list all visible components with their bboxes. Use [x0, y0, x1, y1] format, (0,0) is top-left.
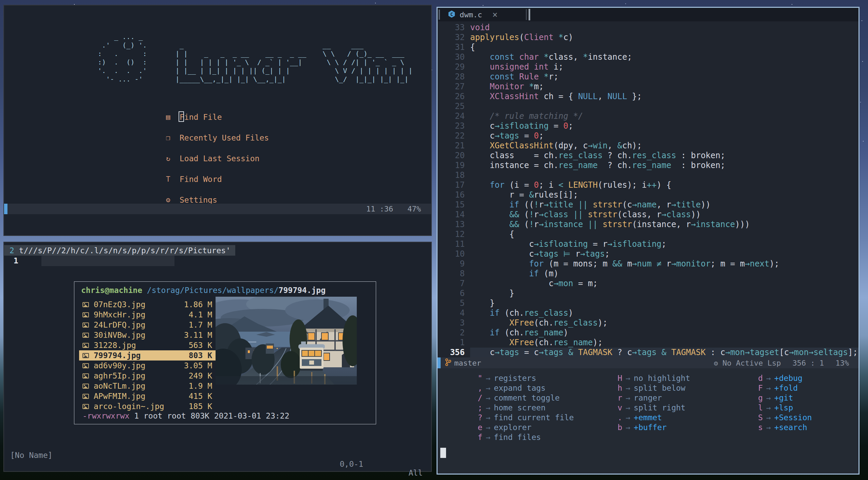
file-row[interactable]: 799794.jpg803 K	[79, 350, 216, 361]
code-line[interactable]: 7 c→mon = m;	[438, 279, 858, 289]
whichkey-binding: s→+search	[748, 422, 812, 432]
file-name: 31228.jpg	[94, 341, 189, 350]
whichkey-label: +buffer	[634, 423, 667, 432]
code-line[interactable]: 26 XClassHint ch = { NULL, NULL };	[438, 92, 858, 101]
file-row[interactable]: 9hMxcHr.jpg4.1 M	[79, 310, 216, 320]
file-size: 4.1 M	[189, 310, 212, 319]
file-row[interactable]: 30iNVBw.jpg3.11 M	[79, 330, 216, 340]
whichkey-key: h	[607, 384, 622, 392]
code-line[interactable]: 14 && (!r→class || strstr(class, r→class…	[438, 210, 858, 220]
code-line[interactable]: 22 c→tags = 0;	[438, 131, 858, 141]
file-row[interactable]: ad6v90y.jpg3.05 M	[79, 361, 216, 371]
line-text: instance = ch.res_name ? ch.res_name : b…	[470, 161, 725, 170]
whichkey-label: ranger	[634, 393, 662, 402]
code-line[interactable]: 18	[438, 170, 858, 180]
code-line[interactable]: 30 const char *class, *instance;	[438, 52, 858, 62]
tabline-edge-bar	[439, 10, 440, 20]
whichkey-label: +lsp	[774, 403, 793, 412]
code-line[interactable]: 15 if ((!r→title || strstr(c→name, r→tit…	[438, 200, 858, 210]
code-line[interactable]: 6 }	[438, 289, 858, 298]
user-host: chris@machine	[81, 286, 142, 295]
line-number: 23	[438, 121, 470, 131]
tab-dwm-c[interactable]: C dwm.c ×	[442, 8, 503, 21]
whichkey-label: +git	[774, 393, 793, 402]
code-line[interactable]: 32applyrules(Client *c)	[438, 33, 858, 42]
lsp-status: No Active Lsp	[722, 359, 781, 367]
whichkey-binding: h→split below	[607, 383, 690, 393]
code-line[interactable]: 16 r = &rules[i];	[438, 190, 858, 200]
code-line[interactable]: 9 for (m = mons; m && m→num ≠ r→monitor;…	[438, 259, 858, 269]
file-size: 3.11 M	[184, 331, 212, 339]
file-picker-popup: chris@machine /storag/Pictures/wallpaper…	[74, 281, 376, 424]
code-line[interactable]: 12 {	[438, 229, 858, 239]
dashboard-menu-item[interactable]: ↻Load Last Session	[166, 153, 269, 163]
close-icon[interactable]: ×	[492, 10, 498, 20]
dashboard-menu-item[interactable]: ⚙Settings	[166, 195, 269, 205]
line-number: 4	[438, 308, 470, 318]
code-line[interactable]: 29 unsigned int i;	[438, 62, 858, 72]
dashboard-menu-item[interactable]: TFind Word	[166, 174, 269, 184]
arrow-right-icon: →	[622, 403, 634, 412]
code-line[interactable]: 27 Monitor *m;	[438, 82, 858, 92]
whichkey-column-3: d→+debugF→+foldg→+gitl→+lspS→+Sessions→+…	[748, 373, 812, 432]
code-line[interactable]: 20 class = ch.res_class ? ch.res_class :…	[438, 151, 858, 161]
code-line[interactable]: 19 instance = ch.res_name ? ch.res_name …	[438, 161, 858, 170]
file-row[interactable]: APwFMIM.jpg415 K	[79, 391, 216, 401]
git-branch-name: master	[454, 359, 481, 367]
file-row[interactable]: arco-login~.jpg185 K	[79, 401, 216, 411]
file-row[interactable]: 07nEzQ3.jpg1.86 M	[79, 299, 216, 310]
line-number: 22	[438, 131, 470, 141]
code-line[interactable]: 24 /* rule matching */	[438, 111, 858, 121]
file-row[interactable]: 31228.jpg563 K	[79, 340, 216, 350]
code-line[interactable]: 1 XFree(ch.res_name);	[438, 338, 858, 348]
file-row[interactable]: aoNcTLm.jpg1.9 M	[79, 381, 216, 391]
code-line[interactable]: 356 c→tags = c→tags & TAGMASK ? c→tags &…	[438, 348, 858, 357]
image-icon	[82, 363, 89, 368]
file-name: 07nEzQ3.jpg	[94, 300, 184, 309]
line-text: t///s/P//2/h/c/.l/s/n/s/p/p/s/r/r/s/Pict…	[19, 246, 230, 255]
lunarvim-ascii-logo: _ ... _ .' (_) '. _ __ ___ : . : | | _ _…	[90, 33, 412, 84]
dashboard-window: _ ... _ .' (_) '. _ __ ___ : . : | | _ _…	[3, 5, 432, 236]
whichkey-key: d	[748, 374, 763, 383]
code-line[interactable]: 4 if (ch.res_class)	[438, 308, 858, 318]
menu-item-label: Load Last Session	[180, 154, 259, 163]
code-line[interactable]: 25	[438, 101, 858, 111]
arrow-right-icon: →	[763, 403, 774, 412]
code-line[interactable]: 13 && (!r→instance || strstr(instance, r…	[438, 220, 858, 229]
line-text: applyrules(Client *c)	[470, 33, 573, 42]
dashboard-menu: ▤Find File❐Recently Used Files↻Load Last…	[166, 112, 269, 216]
whichkey-label: no highlight	[634, 374, 690, 383]
whichkey-key: ;	[467, 403, 482, 412]
file-row[interactable]: 24LrDFQ.jpg1.7 M	[79, 320, 216, 330]
line-number: 2	[10, 246, 14, 255]
code-line[interactable]: 10 c→tags ⊨ r→tags;	[438, 249, 858, 259]
code-line[interactable]: 21 XGetClassHint(dpy, c→win, &ch);	[438, 141, 858, 151]
line-text: c→isfloating = 0;	[470, 121, 573, 131]
code-line[interactable]: 23 c→isfloating = 0;	[438, 121, 858, 131]
whichkey-binding: S→+Session	[748, 412, 812, 422]
arrow-right-icon: →	[763, 384, 774, 392]
scroll-percent: 13%	[835, 359, 849, 367]
dashboard-menu-item[interactable]: ❐Recently Used Files	[166, 133, 269, 143]
arrow-right-icon: →	[763, 374, 774, 383]
code-line[interactable]: 31{	[438, 42, 858, 52]
code-line[interactable]: 33void	[438, 23, 858, 33]
code-line[interactable]: 11 c→isfloating = r→isfloating;	[438, 239, 858, 249]
code-line[interactable]: 5 }	[438, 298, 858, 308]
file-row[interactable]: aghr5Ip.jpg249 K	[79, 371, 216, 381]
buffer-line-1[interactable]: 1	[4, 256, 431, 266]
code-line[interactable]: 28 const Rule *r;	[438, 72, 858, 82]
code-line[interactable]: 2 if (ch.res_name)	[438, 328, 858, 338]
file-name: aoNcTLm.jpg	[94, 382, 189, 390]
code-line[interactable]: 3 XFree(ch.res_class);	[438, 318, 858, 328]
code-line[interactable]: 8 if (m)	[438, 269, 858, 279]
whichkey-panel: "→registers,→expand tags/→comment toggle…	[438, 368, 858, 474]
line-text: XFree(ch.res_name);	[470, 338, 603, 347]
arrow-right-icon: →	[622, 423, 634, 432]
buffer-line-2[interactable]: 2t///s/P//2/h/c/.l/s/n/s/p/p/s/r/r/s/Pic…	[4, 245, 235, 256]
line-number: 33	[438, 23, 470, 33]
line-text: XGetClassHint(dpy, c→win, &ch);	[470, 141, 642, 150]
whichkey-key: g	[748, 393, 763, 402]
whichkey-binding: v→split right	[607, 403, 690, 412]
code-line[interactable]: 17 for (i = 0; i < LENGTH(rules); i++) {	[438, 180, 858, 190]
